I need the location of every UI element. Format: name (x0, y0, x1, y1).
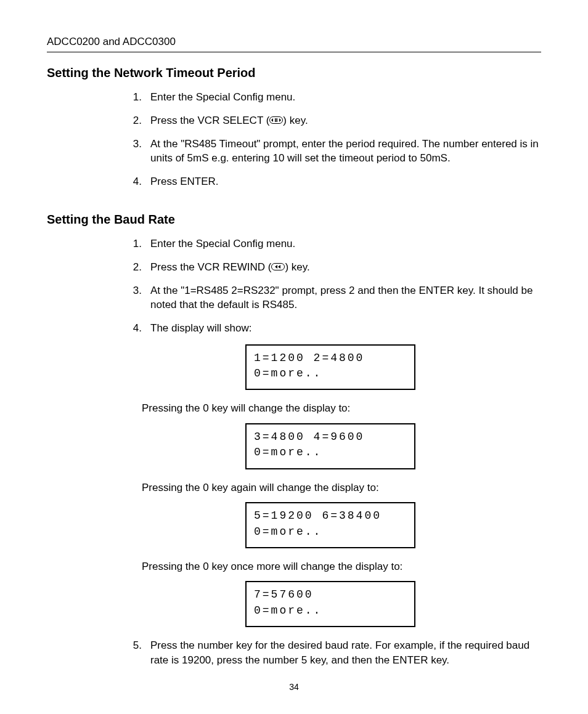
step-text: Enter the Special Config menu. (150, 90, 541, 105)
step-number: 5. (121, 638, 150, 653)
header-rule (47, 52, 541, 52)
step-text: At the "1=RS485 2=RS232" prompt, press 2… (150, 283, 541, 313)
step-text-pre: Press the VCR SELECT ( (150, 115, 269, 126)
step-text: Press ENTER. (150, 174, 541, 189)
step-text-post: ) key. (283, 115, 308, 126)
step-item: 1. Enter the Special Config menu. (47, 237, 541, 251)
continuation-paragraph: Pressing the 0 key once more will change… (142, 559, 541, 574)
lcd-line: 0=more.. (254, 603, 407, 619)
step-text: The display will show: (150, 321, 541, 336)
svg-marker-6 (275, 265, 277, 269)
lcd-line: 0=more.. (254, 524, 407, 540)
step-number: 2. (121, 260, 150, 275)
section-heading-network-timeout: Setting the Network Timeout Period (47, 66, 541, 80)
step-number: 3. (121, 283, 150, 298)
step-number: 2. (121, 113, 150, 128)
play-pause-key-icon (269, 116, 283, 124)
rewind-key-icon (271, 263, 285, 270)
svg-rect-2 (275, 118, 276, 122)
step-item: 4. The display will show: (47, 321, 541, 336)
svg-rect-3 (277, 118, 278, 122)
step-item: 2. Press the VCR REWIND () key. (47, 260, 541, 275)
section-heading-baud-rate: Setting the Baud Rate (47, 213, 541, 227)
svg-marker-1 (271, 118, 273, 122)
step-item: 2. Press the VCR SELECT () key. (47, 113, 541, 128)
lcd-display-d: 7=57600 0=more.. (245, 581, 415, 627)
step-item: 5. Press the number key for the desired … (47, 638, 541, 668)
lcd-line: 0=more.. (254, 445, 407, 460)
step-number: 3. (121, 137, 150, 152)
running-header: ADCC0200 and ADCC0300 (47, 36, 541, 48)
lcd-display-b: 3=4800 4=9600 0=more.. (245, 423, 415, 469)
step-number: 1. (121, 237, 150, 251)
step-item: 4. Press ENTER. (47, 174, 541, 189)
lcd-display-c: 5=19200 6=38400 0=more.. (245, 502, 415, 548)
svg-marker-7 (278, 265, 280, 269)
continuation-paragraph: Pressing the 0 key again will change the… (142, 481, 541, 495)
step-text-post: ) key. (285, 261, 309, 273)
lcd-line: 0=more.. (254, 366, 407, 381)
step-number: 4. (121, 174, 150, 189)
step-number: 1. (121, 90, 150, 105)
lcd-line: 3=4800 4=9600 (254, 429, 407, 445)
lcd-line: 5=19200 6=38400 (254, 508, 407, 524)
step-text: Press the VCR REWIND () key. (150, 260, 541, 275)
steps-list-1: 1. Enter the Special Config menu. 2. Pre… (47, 90, 541, 189)
step-text-pre: Press the VCR REWIND ( (150, 261, 271, 273)
lcd-line: 7=57600 (254, 587, 407, 602)
lcd-display-a: 1=1200 2=4800 0=more.. (245, 344, 415, 390)
step-text: Enter the Special Config menu. (150, 237, 541, 251)
step-text: Press the number key for the desired bau… (150, 638, 541, 668)
step-item: 1. Enter the Special Config menu. (47, 90, 541, 105)
manual-page: ADCC0200 and ADCC0300 Setting the Networ… (0, 0, 588, 714)
continuation-paragraph: Pressing the 0 key will change the displ… (142, 401, 541, 416)
step-text: Press the VCR SELECT () key. (150, 113, 541, 128)
step-item: 3. At the "RS485 Timeout" prompt, enter … (47, 137, 541, 166)
svg-marker-4 (279, 118, 281, 122)
step-item: 3. At the "1=RS485 2=RS232" prompt, pres… (47, 283, 541, 313)
page-number: 34 (0, 682, 588, 692)
steps-list-2: 1. Enter the Special Config menu. 2. Pre… (47, 237, 541, 336)
lcd-line: 1=1200 2=4800 (254, 351, 407, 366)
step-text: At the "RS485 Timeout" prompt, enter the… (150, 137, 541, 166)
step-number: 4. (121, 321, 150, 336)
steps-list-2b: 5. Press the number key for the desired … (47, 638, 541, 668)
